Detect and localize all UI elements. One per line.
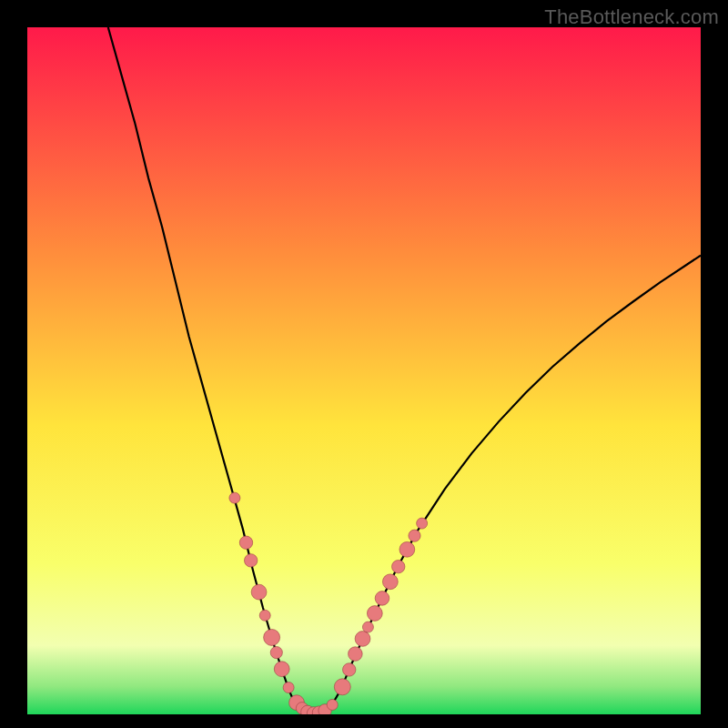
data-marker [349, 647, 363, 662]
data-marker [239, 536, 252, 549]
plot-area [27, 27, 701, 714]
data-marker [251, 584, 267, 600]
data-marker [417, 518, 428, 529]
data-marker [355, 632, 370, 647]
data-marker [375, 592, 389, 606]
data-marker [382, 574, 398, 590]
data-marker [259, 610, 270, 621]
data-marker [334, 679, 350, 695]
data-marker [399, 541, 415, 557]
data-marker [274, 662, 289, 677]
data-marker [244, 554, 257, 567]
data-marker [229, 492, 240, 503]
gradient-background [27, 27, 701, 714]
data-marker [392, 560, 405, 572]
chart-svg [27, 27, 701, 714]
data-marker [367, 606, 382, 622]
data-marker [362, 622, 373, 632]
data-marker [327, 699, 338, 710]
data-marker [409, 530, 420, 541]
data-marker [270, 646, 282, 658]
data-marker [264, 629, 280, 645]
chart-frame: TheBottleneck.com [0, 0, 728, 728]
data-marker [343, 663, 356, 676]
watermark-text: TheBottleneck.com [544, 5, 719, 29]
data-marker [283, 682, 294, 693]
